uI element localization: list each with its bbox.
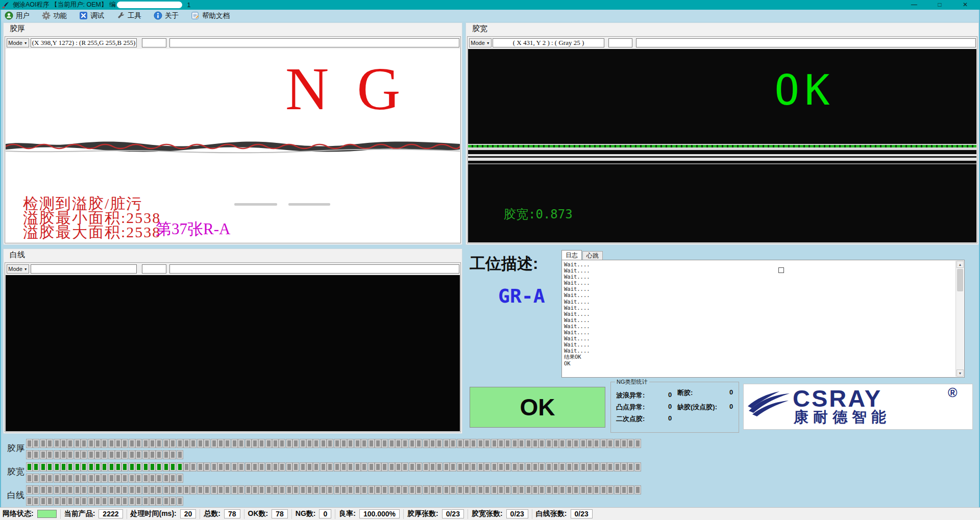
indicator-cell <box>526 463 531 471</box>
indicator-cell <box>307 486 312 494</box>
overall-result-button[interactable]: OK <box>470 387 605 428</box>
log-line: Wait.... <box>564 280 590 286</box>
indicator-cell <box>40 497 46 505</box>
debug-icon <box>79 11 88 20</box>
registered-mark: ® <box>948 385 957 400</box>
indicator-panel: 胶厚胶宽白线 <box>0 434 980 507</box>
indicator-cell <box>607 439 613 448</box>
log-output-box[interactable]: Wait....Wait....Wait....Wait....Wait....… <box>561 260 965 378</box>
indicator-cell <box>232 463 237 471</box>
stat-second-dispense-value: 0 <box>668 414 672 422</box>
status-label-process-time: 处理时间(ms): <box>131 509 177 518</box>
indicator-cell <box>238 439 244 448</box>
window-title-tail: 1 <box>187 2 190 9</box>
status-separator <box>468 509 468 519</box>
minimize-button[interactable]: — <box>901 0 927 10</box>
panel-white-line-label: 白线 <box>10 250 25 260</box>
white-line-long-field[interactable] <box>169 264 459 274</box>
tab-log[interactable]: 日志 <box>561 250 582 260</box>
indicator-cell <box>95 439 101 448</box>
stat-broken-glue-value: 0 <box>729 388 733 396</box>
glue-width-small-field[interactable] <box>608 38 632 47</box>
indicator-cell <box>81 463 87 471</box>
indicator-cell <box>478 439 483 448</box>
indicator-cell <box>430 486 435 494</box>
indicator-cell <box>341 463 347 471</box>
indicator-cell <box>88 451 94 459</box>
indicator-cell <box>218 463 224 471</box>
indicator-label-jiaokuan: 胶宽 <box>7 466 24 478</box>
glue-width-pixel-readout[interactable]: ( X 431, Y 2 ) : ( Gray 25 ) <box>493 38 604 47</box>
indicator-cell <box>81 486 87 494</box>
indicator-cell <box>512 486 518 494</box>
indicator-cell <box>402 486 408 494</box>
status-separator <box>291 509 292 519</box>
menu-item-tools[interactable]: 工具 <box>116 11 141 20</box>
log-scrollbar[interactable]: ▲ ▼ <box>955 261 964 377</box>
indicator-cell <box>478 463 483 471</box>
indicator-cell <box>464 486 470 494</box>
scroll-up-icon[interactable]: ▲ <box>957 261 964 268</box>
menu-item-help[interactable]: 帮助文档 <box>191 11 230 20</box>
status-value-ng-count: 0 <box>319 509 331 518</box>
indicator-cell <box>484 439 490 448</box>
wrench-icon <box>116 11 125 20</box>
indicator-cell <box>122 486 128 494</box>
indicator-cell <box>115 486 121 494</box>
panel-glue-thickness-label: 胶厚 <box>10 24 25 34</box>
indicator-cell <box>54 474 60 482</box>
indicator-cell <box>163 474 169 482</box>
log-line: Wait.... <box>564 329 590 335</box>
indicator-cell <box>61 463 66 471</box>
indicator-cell <box>246 463 251 471</box>
maximize-button[interactable]: □ <box>927 0 952 10</box>
indicator-cell <box>122 474 128 482</box>
menu-item-debug[interactable]: 调试 <box>79 11 104 20</box>
menu-item-about[interactable]: 关于 <box>154 11 179 20</box>
indicator-cell <box>553 439 558 448</box>
indicator-cell <box>170 439 176 448</box>
indicator-cell <box>498 486 504 494</box>
glue-width-mode-dropdown[interactable]: Mode ▼ <box>469 38 492 47</box>
indicator-cell <box>115 463 121 471</box>
log-checkbox[interactable] <box>778 267 784 273</box>
indicator-cell <box>27 439 32 448</box>
white-line-mode-dropdown[interactable]: Mode ▼ <box>7 264 29 274</box>
indicator-cell <box>369 439 374 448</box>
glue-width-long-field[interactable] <box>636 38 976 47</box>
indicator-cell <box>478 486 483 494</box>
glue-thickness-pixel-readout[interactable]: (X 398,Y 1272) : (R 255,G 255,B 255) <box>31 38 137 47</box>
white-line-small-field[interactable] <box>142 264 166 274</box>
indicator-cell <box>102 451 107 459</box>
indicator-cell <box>95 451 101 459</box>
log-line: Wait.... <box>564 341 590 348</box>
indicator-cell <box>355 439 360 448</box>
status-value-baixian-count: 0/23 <box>571 509 593 518</box>
indicator-cell <box>375 463 381 471</box>
indicator-label-jiaohou: 胶厚 <box>7 442 24 454</box>
white-line-pixel-readout[interactable] <box>31 264 137 274</box>
indicator-cell <box>54 486 60 494</box>
indicator-cell <box>150 439 155 448</box>
indicator-cell <box>615 486 620 494</box>
status-label-jiaokuan-count: 胶宽张数: <box>472 509 503 518</box>
menu-item-user[interactable]: 用户 <box>5 11 30 20</box>
log-panel: 日志 心跳 Wait....Wait....Wait....Wait....Wa… <box>561 250 965 378</box>
indicator-cell <box>232 439 237 448</box>
scrollbar-thumb[interactable] <box>957 269 963 291</box>
indicator-cell <box>546 463 552 471</box>
indicator-cell <box>177 439 183 448</box>
glue-thickness-mode-dropdown[interactable]: Mode ▼ <box>7 38 29 47</box>
indicator-cell <box>361 486 367 494</box>
log-lines: Wait....Wait....Wait....Wait....Wait....… <box>564 261 590 366</box>
indicator-cell <box>61 486 66 494</box>
close-button[interactable]: ✕ <box>952 0 978 10</box>
indicator-cell <box>601 486 606 494</box>
glue-thickness-small-field[interactable] <box>142 38 166 47</box>
indicator-cell <box>238 486 244 494</box>
scroll-down-icon[interactable]: ▼ <box>957 369 964 377</box>
mode-dropdown-label: Mode <box>471 40 485 46</box>
menu-item-function[interactable]: 功能 <box>42 11 67 20</box>
glue-thickness-long-field[interactable] <box>169 38 459 47</box>
tab-heartbeat[interactable]: 心跳 <box>582 251 603 260</box>
